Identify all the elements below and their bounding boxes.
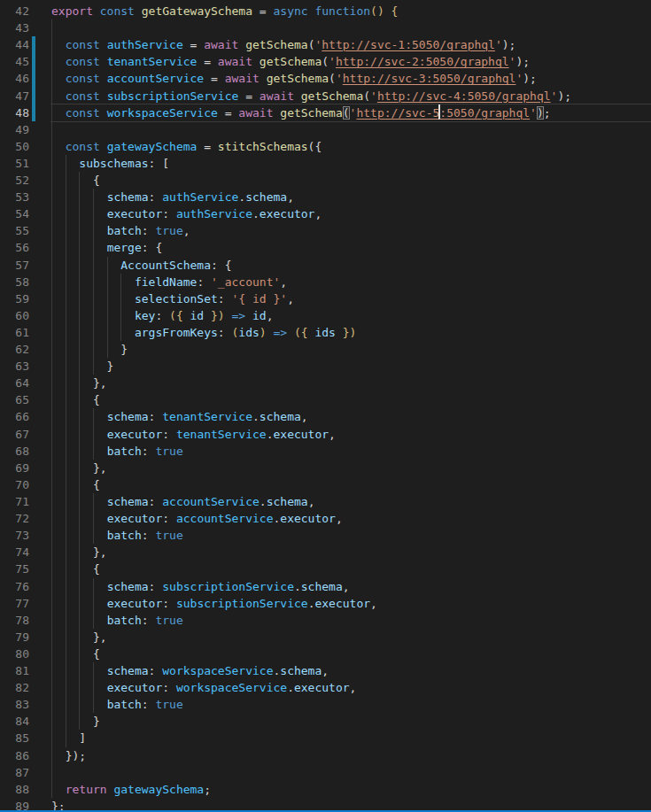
indent-guide [51,121,52,138]
line-number: 54 [0,205,29,222]
line-number: 47 [0,88,29,104]
code-line[interactable]: 46 const accountService = await getSchem… [0,70,651,87]
code-line[interactable]: 60 key: ({ id }) => id, [0,307,651,324]
line-number: 44 [0,36,29,53]
code-line[interactable]: 77 executor: subscriptionService.executo… [0,595,651,612]
code-text: key: ({ id }) => id, [51,307,273,324]
code-line[interactable]: 71 schema: accountService.schema, [0,493,651,510]
code-text: schema: subscriptionService.schema, [51,578,350,595]
code-text: const subscriptionService = await getSch… [51,88,571,104]
line-number: 81 [0,662,29,679]
code-line[interactable]: 47 const subscriptionService = await get… [0,88,651,104]
code-text: }, [51,375,107,391]
code-line[interactable]: 45 const tenantService = await getSchema… [0,53,651,70]
line-number: 88 [0,781,29,798]
code-line[interactable]: 43 [0,19,651,36]
code-line[interactable]: 55 batch: true, [0,222,651,239]
code-line[interactable]: 81 schema: workspaceService.schema, [0,662,651,679]
code-text: merge: { [51,239,162,256]
code-line[interactable]: 57 AccountSchema: { [0,257,651,274]
code-line[interactable]: 86 }); [0,747,651,764]
code-line[interactable]: 51 subschemas: [ [0,155,651,172]
line-number: 80 [0,646,29,662]
code-line[interactable]: 54 executor: authService.executor, [0,205,651,222]
code-line[interactable]: 59 selectionSet: '{ id }', [0,290,651,307]
code-text: { [51,391,100,408]
code-line[interactable]: 61 argsFromKeys: (ids) => ({ ids }) [0,324,651,341]
code-line[interactable]: 75 { [0,561,651,577]
code-line[interactable]: 66 schema: tenantService.schema, [0,408,651,425]
code-text: schema: workspaceService.schema, [51,662,329,679]
line-number: 82 [0,679,29,696]
code-line[interactable]: 53 schema: authService.schema, [0,189,651,205]
line-number: 73 [0,527,29,544]
line-number: 48 [0,104,29,121]
code-line[interactable]: 58 fieldName: '_account', [0,274,651,290]
code-line[interactable]: 85 ] [0,730,651,746]
code-text: const workspaceService = await getSchema… [51,104,551,121]
line-number: 52 [0,172,29,189]
line-number: 84 [0,713,29,730]
code-text: { [51,476,100,493]
code-line[interactable]: 80 { [0,646,651,662]
line-number: 60 [0,307,29,324]
code-text: subschemas: [ [51,155,169,172]
code-line[interactable]: 52 { [0,172,651,189]
line-number: 79 [0,629,29,646]
code-line[interactable]: 64 }, [0,375,651,391]
code-text: } [51,358,113,375]
indent-guide [51,764,52,781]
code-text: const gatewaySchema = stitchSchemas({ [51,138,322,155]
line-number: 42 [0,3,29,19]
code-line[interactable]: 88 return gatewaySchema; [0,781,651,798]
code-line[interactable]: 69 }, [0,460,651,476]
code-line[interactable]: 84 } [0,713,651,730]
code-line[interactable]: 83 batch: true [0,696,651,713]
line-number: 71 [0,493,29,510]
code-line[interactable]: 44 const authService = await getSchema('… [0,36,651,53]
code-line[interactable]: 79 }, [0,629,651,646]
code-text: { [51,561,100,577]
line-number: 83 [0,696,29,713]
code-line[interactable]: 62 } [0,341,651,358]
code-line[interactable]: 56 merge: { [0,239,651,256]
code-line[interactable]: 72 executor: accountService.executor, [0,510,651,527]
code-line[interactable]: 49 [0,121,651,138]
line-number: 63 [0,358,29,375]
code-text: argsFromKeys: (ids) => ({ ids }) [51,324,356,341]
code-line[interactable]: 65 { [0,391,651,408]
code-line[interactable]: 73 batch: true [0,527,651,544]
line-number: 69 [0,460,29,476]
code-line[interactable]: 48 const workspaceService = await getSch… [0,104,651,121]
code-line[interactable]: 42export const getGatewaySchema = async … [0,3,651,19]
line-number: 77 [0,595,29,612]
code-text: batch: true [51,443,183,460]
code-line[interactable]: 76 schema: subscriptionService.schema, [0,578,651,595]
code-line[interactable]: 87 [0,764,651,781]
code-text: const accountService = await getSchema('… [51,70,537,87]
code-line[interactable]: 89}; [0,798,651,812]
code-text: return gatewaySchema; [51,781,211,798]
line-number: 87 [0,764,29,781]
code-line[interactable]: 74 }, [0,544,651,561]
code-text: } [51,713,100,730]
code-text: }, [51,460,107,476]
code-text: const authService = await getSchema('htt… [51,36,515,53]
matched-bracket: ( [343,106,350,120]
code-line[interactable]: 67 executor: tenantService.executor, [0,426,651,443]
code-line[interactable]: 70 { [0,476,651,493]
code-line[interactable]: 78 batch: true [0,612,651,629]
line-number: 51 [0,155,29,172]
code-line[interactable]: 82 executor: workspaceService.executor, [0,679,651,696]
code-text: const tenantService = await getSchema('h… [51,53,530,70]
code-line[interactable]: 50 const gatewaySchema = stitchSchemas({ [0,138,651,155]
code-line[interactable]: 63 } [0,358,651,375]
line-number: 43 [0,19,29,36]
line-number: 56 [0,239,29,256]
line-number: 75 [0,561,29,577]
code-line[interactable]: 68 batch: true [0,443,651,460]
code-text: ] [51,730,86,746]
code-editor[interactable]: 42export const getGatewaySchema = async … [0,0,651,812]
code-text: }); [51,747,86,764]
code-text: executor: accountService.executor, [51,510,343,527]
